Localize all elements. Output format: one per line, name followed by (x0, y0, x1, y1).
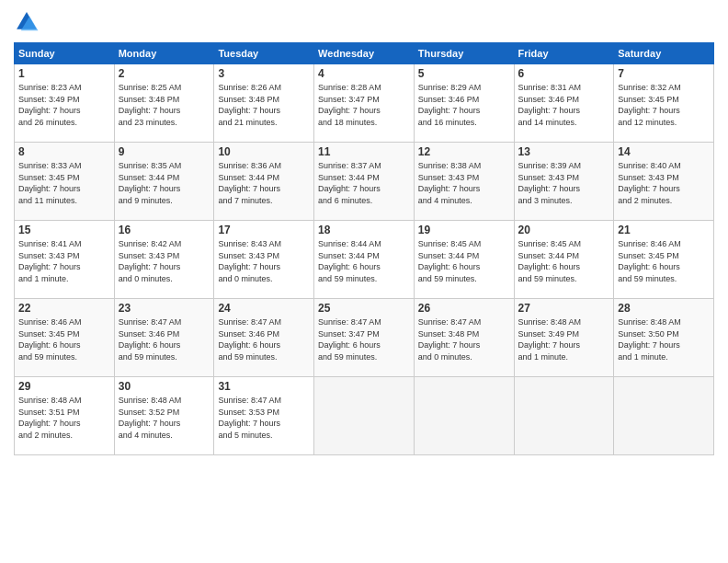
calendar-cell: 11Sunrise: 8:37 AMSunset: 3:44 PMDayligh… (314, 143, 415, 221)
calendar-header-row: SundayMondayTuesdayWednesdayThursdayFrid… (15, 43, 714, 64)
day-info: Sunrise: 8:46 AMSunset: 3:45 PMDaylight:… (18, 316, 110, 362)
calendar: SundayMondayTuesdayWednesdayThursdayFrid… (14, 42, 714, 455)
calendar-cell (614, 377, 714, 455)
day-number: 12 (418, 145, 510, 158)
calendar-cell (514, 377, 614, 455)
day-info: Sunrise: 8:36 AMSunset: 3:44 PMDaylight:… (218, 160, 310, 206)
calendar-cell: 17Sunrise: 8:43 AMSunset: 3:43 PMDayligh… (214, 221, 314, 299)
weekday-header: Tuesday (214, 43, 314, 64)
calendar-cell: 14Sunrise: 8:40 AMSunset: 3:43 PMDayligh… (614, 143, 714, 221)
day-number: 26 (418, 302, 510, 315)
calendar-cell (414, 377, 514, 455)
calendar-cell: 5Sunrise: 8:29 AMSunset: 3:46 PMDaylight… (414, 64, 514, 143)
calendar-cell: 26Sunrise: 8:47 AMSunset: 3:48 PMDayligh… (414, 299, 514, 377)
day-info: Sunrise: 8:28 AMSunset: 3:47 PMDaylight:… (318, 82, 410, 128)
calendar-cell: 16Sunrise: 8:42 AMSunset: 3:43 PMDayligh… (114, 221, 214, 299)
day-number: 20 (518, 224, 610, 236)
day-number: 19 (418, 224, 510, 236)
calendar-week-row: 15Sunrise: 8:41 AMSunset: 3:43 PMDayligh… (15, 221, 714, 299)
calendar-cell: 29Sunrise: 8:48 AMSunset: 3:51 PMDayligh… (15, 377, 115, 455)
day-info: Sunrise: 8:29 AMSunset: 3:46 PMDaylight:… (418, 82, 510, 128)
calendar-week-row: 22Sunrise: 8:46 AMSunset: 3:45 PMDayligh… (15, 299, 714, 377)
calendar-cell: 25Sunrise: 8:47 AMSunset: 3:47 PMDayligh… (314, 299, 415, 377)
calendar-week-row: 29Sunrise: 8:48 AMSunset: 3:51 PMDayligh… (15, 377, 714, 455)
day-number: 27 (518, 302, 610, 315)
weekday-header: Thursday (414, 43, 514, 64)
day-info: Sunrise: 8:47 AMSunset: 3:53 PMDaylight:… (218, 395, 310, 441)
calendar-cell: 22Sunrise: 8:46 AMSunset: 3:45 PMDayligh… (15, 299, 115, 377)
day-number: 17 (218, 224, 310, 236)
day-info: Sunrise: 8:41 AMSunset: 3:43 PMDaylight:… (18, 238, 110, 284)
day-number: 29 (18, 380, 110, 393)
day-number: 6 (518, 67, 610, 80)
weekday-header: Sunday (15, 43, 115, 64)
calendar-cell: 20Sunrise: 8:45 AMSunset: 3:44 PMDayligh… (514, 221, 614, 299)
day-number: 14 (618, 145, 710, 158)
calendar-cell: 9Sunrise: 8:35 AMSunset: 3:44 PMDaylight… (114, 143, 214, 221)
calendar-cell: 31Sunrise: 8:47 AMSunset: 3:53 PMDayligh… (214, 377, 314, 455)
calendar-cell: 12Sunrise: 8:38 AMSunset: 3:43 PMDayligh… (414, 143, 514, 221)
calendar-cell: 24Sunrise: 8:47 AMSunset: 3:46 PMDayligh… (214, 299, 314, 377)
day-number: 16 (119, 224, 210, 236)
calendar-cell: 4Sunrise: 8:28 AMSunset: 3:47 PMDaylight… (314, 64, 415, 143)
day-info: Sunrise: 8:48 AMSunset: 3:52 PMDaylight:… (119, 395, 210, 441)
weekday-header: Wednesday (314, 43, 415, 64)
day-info: Sunrise: 8:40 AMSunset: 3:43 PMDaylight:… (618, 160, 710, 206)
calendar-cell: 23Sunrise: 8:47 AMSunset: 3:46 PMDayligh… (114, 299, 214, 377)
day-number: 7 (618, 67, 710, 80)
day-number: 24 (218, 302, 310, 315)
day-info: Sunrise: 8:33 AMSunset: 3:45 PMDaylight:… (18, 160, 110, 206)
day-info: Sunrise: 8:38 AMSunset: 3:43 PMDaylight:… (418, 160, 510, 206)
day-info: Sunrise: 8:26 AMSunset: 3:48 PMDaylight:… (218, 82, 310, 128)
calendar-week-row: 8Sunrise: 8:33 AMSunset: 3:45 PMDaylight… (15, 143, 714, 221)
day-number: 23 (119, 302, 210, 315)
day-info: Sunrise: 8:43 AMSunset: 3:43 PMDaylight:… (218, 238, 310, 284)
calendar-cell: 8Sunrise: 8:33 AMSunset: 3:45 PMDaylight… (15, 143, 115, 221)
day-info: Sunrise: 8:47 AMSunset: 3:46 PMDaylight:… (119, 316, 210, 362)
calendar-cell: 30Sunrise: 8:48 AMSunset: 3:52 PMDayligh… (114, 377, 214, 455)
calendar-cell: 3Sunrise: 8:26 AMSunset: 3:48 PMDaylight… (214, 64, 314, 143)
calendar-cell: 10Sunrise: 8:36 AMSunset: 3:44 PMDayligh… (214, 143, 314, 221)
day-info: Sunrise: 8:42 AMSunset: 3:43 PMDaylight:… (119, 238, 210, 284)
day-number: 31 (218, 380, 310, 393)
logo-icon (14, 9, 40, 35)
day-number: 4 (318, 67, 410, 80)
calendar-cell: 7Sunrise: 8:32 AMSunset: 3:45 PMDaylight… (614, 64, 714, 143)
calendar-cell: 13Sunrise: 8:39 AMSunset: 3:43 PMDayligh… (514, 143, 614, 221)
calendar-cell: 21Sunrise: 8:46 AMSunset: 3:45 PMDayligh… (614, 221, 714, 299)
day-number: 10 (218, 145, 310, 158)
day-info: Sunrise: 8:48 AMSunset: 3:49 PMDaylight:… (518, 316, 610, 362)
day-info: Sunrise: 8:35 AMSunset: 3:44 PMDaylight:… (119, 160, 210, 206)
day-number: 1 (18, 67, 110, 80)
logo (14, 9, 43, 35)
calendar-cell: 6Sunrise: 8:31 AMSunset: 3:46 PMDaylight… (514, 64, 614, 143)
day-number: 30 (119, 380, 210, 393)
day-number: 18 (318, 224, 410, 236)
day-info: Sunrise: 8:46 AMSunset: 3:45 PMDaylight:… (618, 238, 710, 284)
day-number: 13 (518, 145, 610, 158)
day-number: 9 (119, 145, 210, 158)
day-info: Sunrise: 8:25 AMSunset: 3:48 PMDaylight:… (119, 82, 210, 128)
calendar-cell: 1Sunrise: 8:23 AMSunset: 3:49 PMDaylight… (15, 64, 115, 143)
day-info: Sunrise: 8:45 AMSunset: 3:44 PMDaylight:… (518, 238, 610, 284)
day-info: Sunrise: 8:44 AMSunset: 3:44 PMDaylight:… (318, 238, 410, 284)
calendar-cell: 27Sunrise: 8:48 AMSunset: 3:49 PMDayligh… (514, 299, 614, 377)
day-info: Sunrise: 8:39 AMSunset: 3:43 PMDaylight:… (518, 160, 610, 206)
day-number: 2 (119, 67, 210, 80)
day-info: Sunrise: 8:32 AMSunset: 3:45 PMDaylight:… (618, 82, 710, 128)
calendar-cell: 15Sunrise: 8:41 AMSunset: 3:43 PMDayligh… (15, 221, 115, 299)
calendar-cell (314, 377, 415, 455)
day-number: 5 (418, 67, 510, 80)
day-info: Sunrise: 8:23 AMSunset: 3:49 PMDaylight:… (18, 82, 110, 128)
day-number: 21 (618, 224, 710, 236)
calendar-week-row: 1Sunrise: 8:23 AMSunset: 3:49 PMDaylight… (15, 64, 714, 143)
weekday-header: Friday (514, 43, 614, 64)
page: SundayMondayTuesdayWednesdayThursdayFrid… (0, 0, 728, 563)
day-number: 25 (318, 302, 410, 315)
day-number: 8 (18, 145, 110, 158)
day-number: 28 (618, 302, 710, 315)
day-info: Sunrise: 8:48 AMSunset: 3:51 PMDaylight:… (18, 395, 110, 441)
day-info: Sunrise: 8:47 AMSunset: 3:47 PMDaylight:… (318, 316, 410, 362)
weekday-header: Monday (114, 43, 214, 64)
weekday-header: Saturday (614, 43, 714, 64)
